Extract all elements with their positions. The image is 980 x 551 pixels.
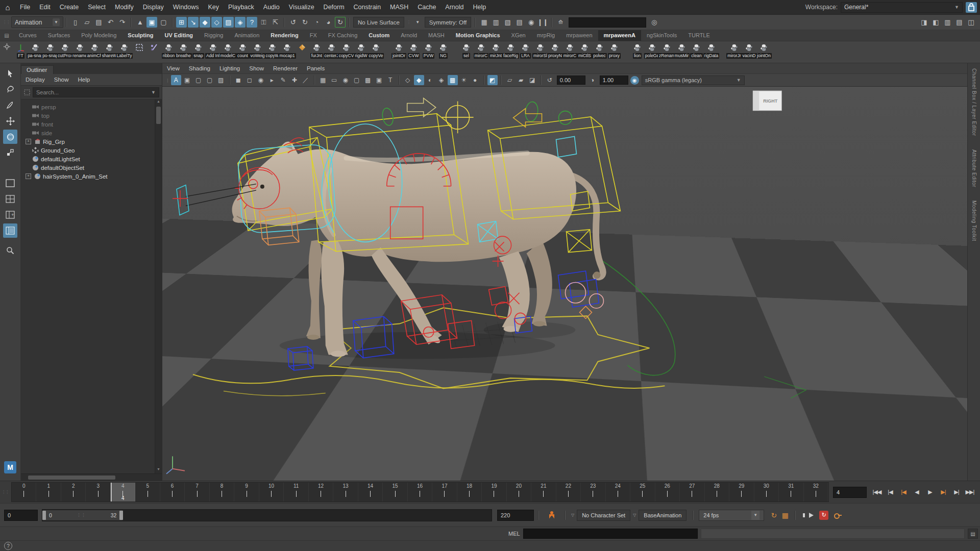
outliner-item-hairsystem-0-anim-set[interactable]: +hairSystem_0_Anim_Set: [21, 172, 155, 181]
gate-mask-icon[interactable]: ▢: [352, 75, 362, 85]
textured-display-icon[interactable]: ◐: [425, 75, 435, 85]
shelf-tab-arnold[interactable]: Arnold: [395, 30, 423, 41]
menu-constrain[interactable]: Constrain: [349, 0, 386, 14]
menu-modify[interactable]: Modify: [110, 0, 138, 14]
highlight-selection-icon[interactable]: ⇱: [270, 17, 281, 28]
speaker-icon[interactable]: [803, 513, 805, 517]
frame-3[interactable]: 33: [86, 483, 110, 502]
make-live-icon[interactable]: ◈: [235, 17, 246, 28]
set-key-icon[interactable]: [834, 511, 842, 519]
shelf-button-facerig[interactable]: faceRig: [503, 42, 518, 59]
toggle-humanik-icon[interactable]: ◧: [930, 17, 941, 28]
outliner-item-persp[interactable]: persp: [21, 103, 155, 111]
frame-2[interactable]: 22: [61, 483, 86, 502]
frame-26[interactable]: 2626: [655, 483, 680, 502]
step-forward-key-button[interactable]: ▶|: [950, 487, 963, 498]
menu-audio[interactable]: Audio: [259, 0, 284, 14]
outliner-item-rig-grp[interactable]: +Rig_Grp: [21, 137, 155, 146]
character-set-dropdown[interactable]: No Character Set: [577, 510, 630, 521]
zoom-tool[interactable]: [3, 243, 17, 258]
viewport-menu-show[interactable]: Show: [244, 65, 268, 71]
playback-range[interactable]: 0 ⋮⋮ 32: [42, 510, 123, 520]
command-language-toggle[interactable]: MEL: [508, 531, 523, 537]
history-b-icon[interactable]: ◕: [323, 17, 334, 28]
range-track[interactable]: 0 ⋮⋮ 32: [42, 509, 492, 521]
wireframe-on-shaded-icon[interactable]: ▢: [193, 75, 204, 85]
shelf-tab-mrpaweena[interactable]: mrpaweenA: [598, 30, 641, 41]
frame-24[interactable]: 2424: [606, 483, 630, 502]
show-grid-icon[interactable]: ▦: [318, 75, 328, 85]
save-scene-icon[interactable]: ▤: [93, 17, 104, 28]
shelf-button-sel[interactable]: sel: [459, 42, 474, 59]
shelf-button-cutprox[interactable]: cutProx: [58, 42, 72, 59]
frame-8[interactable]: 88: [210, 483, 234, 502]
outliner-item-defaultlightset[interactable]: defaultLightSet: [21, 155, 155, 163]
animation-start-field[interactable]: 0: [4, 510, 38, 521]
shelf-button-pvw[interactable]: PVW: [421, 42, 436, 59]
search-input[interactable]: Search... ▼: [33, 87, 159, 97]
shelf-button-rigidw[interactable]: rigidW: [354, 42, 369, 59]
shelf-button-jointor[interactable]: jointOr: [391, 42, 406, 59]
shelf-button-labelty[interactable]: LabelTy: [117, 42, 132, 59]
viewport-menu-lighting[interactable]: Lighting: [215, 65, 244, 71]
shelf-button-ribbon[interactable]: ribbon: [161, 42, 176, 59]
sidebar-label-modeling-toolkit[interactable]: Modeling Toolkit: [971, 201, 977, 241]
shelf-tab-mrpaween[interactable]: mrpaween: [560, 30, 598, 41]
menu-cache[interactable]: Cache: [413, 0, 440, 14]
frame-31[interactable]: 3131: [779, 483, 803, 502]
range-start-handle[interactable]: [42, 511, 46, 520]
shelf-button-musmir[interactable]: musMir: [674, 42, 689, 59]
frame-27[interactable]: 2727: [680, 483, 704, 502]
shelf-button-voweig[interactable]: voWeig: [250, 42, 265, 59]
layout-single-pane[interactable]: [3, 176, 17, 190]
paint-select-tool[interactable]: [3, 98, 17, 112]
frame-19[interactable]: 1919: [482, 483, 506, 502]
wireframe-display-icon[interactable]: ◇: [403, 75, 413, 85]
frame-32[interactable]: 3232: [804, 483, 828, 502]
shelf-button-ft[interactable]: FT: [13, 42, 28, 59]
shelf-tab-fx[interactable]: FX: [304, 30, 323, 41]
snap-to-view-plane-icon[interactable]: ▨: [223, 17, 234, 28]
outliner-vscrollbar[interactable]: ▲ ▼: [155, 99, 162, 473]
shelf-tab-mash[interactable]: MASH: [423, 30, 450, 41]
paste-image-icon[interactable]: ▰: [516, 75, 526, 85]
frame-16[interactable]: 1616: [408, 483, 432, 502]
select-component-icon[interactable]: ▢: [158, 17, 169, 28]
menu-playback[interactable]: Playback: [224, 0, 259, 14]
menu-display[interactable]: Display: [138, 0, 168, 14]
menu-key[interactable]: Key: [204, 0, 224, 14]
frame-1[interactable]: 11: [36, 483, 61, 502]
range-grip[interactable]: ⋮⋮: [55, 513, 108, 517]
shelf-tab-sculpting[interactable]: Sculpting: [122, 30, 159, 41]
shelf-button-clean[interactable]: clean: [689, 42, 704, 59]
shelf-tab-ngskintools[interactable]: ngSkinTools: [641, 30, 682, 41]
copy-image-icon[interactable]: ▱: [505, 75, 515, 85]
toggle-modeling-toolkit-icon[interactable]: ◨: [919, 17, 929, 28]
frame-30[interactable]: 3030: [754, 483, 779, 502]
shelf-button-snap[interactable]: snap: [191, 42, 206, 59]
shaded-display-icon[interactable]: ◆: [414, 75, 424, 85]
exposure-icon[interactable]: ↺: [545, 75, 555, 85]
shelf-button-mirorsl[interactable]: mirorSl: [533, 42, 548, 59]
snapshot-icon[interactable]: ◪: [527, 75, 537, 85]
shelf-button-mirorc[interactable]: mirorC: [562, 42, 577, 59]
shadows-icon[interactable]: ▩: [448, 75, 458, 85]
shelf-button-lra[interactable]: LRA: [518, 42, 533, 59]
outliner-item-side[interactable]: side: [21, 129, 155, 137]
menu-arnold[interactable]: Arnold: [440, 0, 468, 14]
shelf-menu-icon[interactable]: ▤: [0, 33, 13, 38]
menu-mash[interactable]: MASH: [385, 0, 413, 14]
frame-9[interactable]: 99: [234, 483, 259, 502]
snap-to-projected-center-icon[interactable]: ◇: [211, 17, 222, 28]
scroll-down-icon[interactable]: ▼: [155, 467, 162, 473]
frame-17[interactable]: 1717: [432, 483, 457, 502]
isolate-select-icon[interactable]: ◩: [487, 75, 498, 85]
default-material-icon[interactable]: ▢: [205, 75, 215, 85]
input-connections-icon[interactable]: ↺: [288, 17, 299, 28]
toggle-channel-box-icon[interactable]: ◫: [966, 17, 976, 28]
safe-action-icon[interactable]: ▣: [374, 75, 384, 85]
output-connections-icon[interactable]: ↻: [300, 17, 310, 28]
shelf-tab-curves[interactable]: Curves: [13, 30, 42, 41]
frame-29[interactable]: 2929: [729, 483, 754, 502]
shelf-tab-motion-graphics[interactable]: Motion Graphics: [450, 30, 506, 41]
